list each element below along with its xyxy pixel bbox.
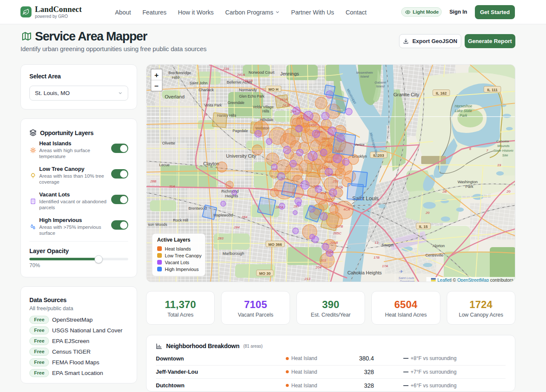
svg-text:IL 15: IL 15 — [419, 225, 428, 229]
svg-text:Heat Islands: Heat Islands — [165, 246, 191, 251]
svg-text:4: 4 — [200, 133, 202, 137]
svg-text:Overland: Overland — [165, 94, 185, 99]
svg-text:Mosenthein: Mosenthein — [356, 71, 373, 75]
svg-text:Alorton: Alorton — [433, 244, 445, 248]
svg-text:MO 30: MO 30 — [259, 271, 270, 276]
svg-text:Vinita Park: Vinita Park — [204, 103, 222, 107]
svg-text:MO 366: MO 366 — [268, 242, 282, 247]
svg-text:Sauget: Sauget — [382, 243, 394, 247]
svg-text:Venice: Venice — [354, 143, 365, 147]
svg-text:Saint John: Saint John — [190, 81, 208, 85]
svg-text:© OpenStreetMap contributors: © OpenStreetMap contributors — [453, 277, 514, 282]
svg-text:Hills: Hills — [172, 75, 179, 80]
svg-text:High Impervious: High Impervious — [165, 267, 199, 272]
svg-text:Cahokia: Cahokia — [496, 139, 509, 143]
svg-text:6: 6 — [208, 97, 210, 101]
svg-text:Active Layers: Active Layers — [157, 237, 190, 243]
svg-text:IL 162: IL 162 — [436, 91, 446, 95]
svg-text:Maplewood: Maplewood — [213, 213, 233, 217]
svg-text:Low Tree Canopy: Low Tree Canopy — [165, 253, 202, 258]
svg-text:son Woods: son Woods — [148, 222, 167, 227]
svg-text:17A: 17A — [382, 264, 388, 268]
svg-text:283: 283 — [217, 236, 224, 240]
svg-text:Downtown: Downtown — [399, 280, 414, 282]
svg-text:31A: 31A — [169, 184, 175, 188]
svg-text:Park: Park — [466, 184, 474, 189]
svg-text:Cahokia Heights: Cahokia Heights — [348, 270, 382, 275]
svg-text:5: 5 — [205, 113, 207, 117]
svg-text:Normandy: Normandy — [239, 88, 257, 92]
svg-text:Heights: Heights — [225, 194, 239, 198]
svg-text:Lake State: Lake State — [455, 109, 472, 113]
svg-text:13: 13 — [375, 241, 379, 245]
svg-text:284: 284 — [233, 225, 240, 229]
svg-text:Centreville: Centreville — [425, 253, 444, 257]
svg-text:Norwood Court: Norwood Court — [249, 70, 275, 75]
svg-text:Vacant Lots: Vacant Lots — [165, 260, 190, 265]
svg-text:204: 204 — [315, 265, 322, 269]
svg-text:Charlack: Charlack — [198, 88, 214, 92]
svg-text:20: 20 — [425, 211, 430, 215]
svg-text:6: 6 — [469, 147, 471, 151]
svg-text:Bellerive Acres: Bellerive Acres — [227, 80, 252, 84]
svg-text:−: − — [155, 82, 159, 90]
svg-text:205C: 205C — [333, 231, 341, 235]
svg-text:19: 19 — [497, 163, 501, 167]
svg-text:Breckenridge: Breckenridge — [168, 71, 191, 75]
svg-text:MO H: MO H — [268, 87, 279, 92]
svg-text:Island: Island — [376, 84, 385, 88]
svg-text:Island: Island — [360, 75, 369, 78]
svg-text:17B: 17B — [374, 256, 380, 259]
svg-text:|: | — [451, 277, 452, 282]
svg-text:Greendale: Greendale — [227, 101, 244, 105]
svg-text:Gabaret: Gabaret — [374, 81, 386, 84]
svg-text:241A: 241A — [237, 73, 245, 77]
svg-text:20: 20 — [506, 190, 511, 193]
svg-text:Jennings: Jennings — [280, 71, 299, 76]
svg-text:Leaflet: Leaflet — [437, 277, 451, 282]
svg-text:2B: 2B — [442, 190, 447, 193]
svg-text:239: 239 — [223, 67, 229, 71]
svg-text:7: 7 — [486, 149, 489, 153]
svg-text:Velda Village: Velda Village — [253, 105, 274, 109]
svg-text:28B: 28B — [150, 179, 157, 183]
svg-text:University City: University City — [226, 153, 256, 159]
svg-text:✈: ✈ — [399, 269, 403, 274]
svg-text:284: 284 — [241, 215, 247, 219]
svg-text:Glen Echo Park: Glen Echo Park — [239, 94, 264, 98]
svg-text:Pagedale: Pagedale — [233, 129, 248, 133]
svg-text:Rock Hill: Rock Hill — [173, 218, 188, 222]
svg-text:Hills: Hills — [262, 109, 269, 113]
svg-text:Washington: Washington — [457, 180, 477, 184]
svg-text:Marlborough: Marlborough — [223, 251, 244, 256]
svg-text:213: 213 — [304, 277, 310, 281]
svg-text:Olivette: Olivette — [162, 141, 175, 145]
svg-text:Mounds: Mounds — [497, 144, 509, 148]
svg-text:Site: Site — [502, 153, 508, 157]
svg-text:Horseshoe: Horseshoe — [454, 104, 472, 108]
svg-text:Lecue: Lecue — [159, 163, 170, 167]
svg-text:+: + — [155, 71, 159, 79]
svg-text:Park: Park — [460, 113, 467, 118]
svg-text:State Historic: State Historic — [493, 149, 514, 153]
svg-text:IL 111: IL 111 — [487, 88, 497, 92]
svg-text:Granite City: Granite City — [394, 92, 420, 97]
